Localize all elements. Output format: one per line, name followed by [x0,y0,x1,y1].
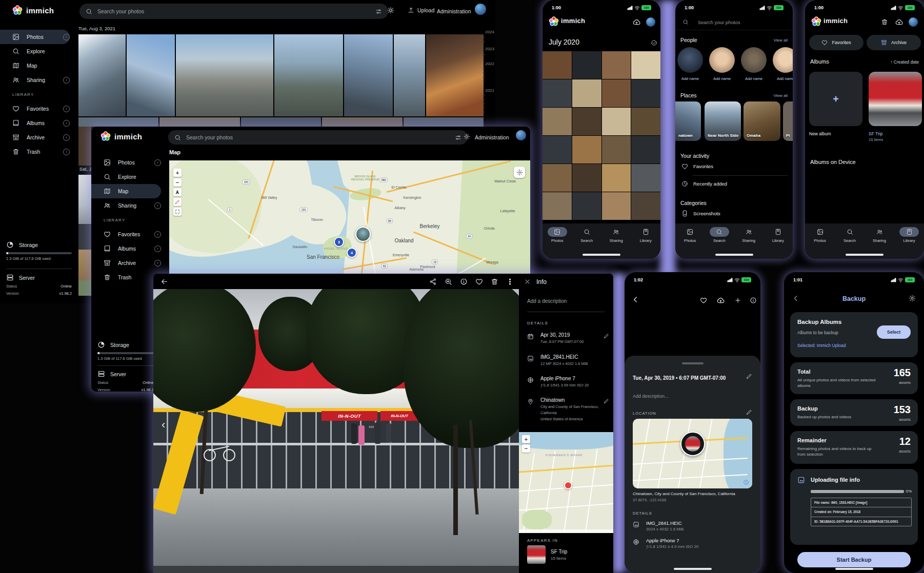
share-icon[interactable] [429,278,437,285]
map-photo-marker[interactable] [680,432,705,456]
user-avatar[interactable] [646,17,655,27]
location-map[interactable] [633,419,752,488]
previous-photo-chevron[interactable]: ‹ [162,418,165,432]
upload-button[interactable]: Upload [408,7,434,13]
photo-tile[interactable] [159,117,239,127]
administration-link[interactable]: Administration [475,134,509,140]
sidebar-item-albums[interactable]: Albumsi [0,116,70,130]
photo-tile[interactable] [602,136,631,163]
photo-tile[interactable] [543,164,572,192]
search-input[interactable]: Search your photos [79,4,388,19]
activity-row-recently-added[interactable]: Recently added [681,180,727,187]
backup-cloud-icon[interactable] [895,18,903,26]
map-cluster-marker[interactable]: 3 [334,237,344,247]
photo-tile[interactable] [631,108,660,135]
photo-tile[interactable] [631,136,660,163]
photo-tile[interactable] [78,280,91,296]
map-zoom-out-button[interactable]: − [173,178,182,187]
trash-icon[interactable] [491,278,498,285]
archive-chip[interactable]: Archive [867,35,921,50]
location-mini-map[interactable]: FISHERMAN'S WHARF + − [519,432,613,533]
description-input[interactable]: Add a description [527,298,567,304]
people-view-all[interactable]: View all [774,38,788,43]
sidebar-item-map[interactable]: Map [0,58,70,73]
map-attribution-info-icon[interactable] [743,479,749,485]
map-photo-marker[interactable] [355,227,371,242]
photo-tile[interactable] [426,34,484,116]
sidebar-item-photos[interactable]: Photosi [91,155,161,170]
map-draw-button[interactable] [173,198,182,206]
new-album-card[interactable]: + [809,72,862,126]
photo-tile[interactable] [602,79,631,107]
photo-tile[interactable] [572,108,601,135]
album-card-sf-trip[interactable] [869,72,922,126]
sidebar-item-explore[interactable]: Explore [0,44,70,58]
photo-tile[interactable] [572,164,601,192]
person-face[interactable]: Add name [709,47,735,81]
place-tile[interactable]: Near North Side [705,101,741,141]
nav-item-photos[interactable]: Photos [543,227,572,259]
info-icon[interactable]: i [154,260,161,267]
photo-tile[interactable] [78,34,126,116]
photo-tile[interactable] [602,51,631,79]
photo-tile[interactable] [241,117,321,127]
photo-tile[interactable] [543,192,572,220]
user-avatar[interactable] [475,4,486,15]
add-icon[interactable] [734,297,741,304]
timeline-scrubber[interactable]: 2024202320222021 [480,27,494,119]
places-view-all[interactable]: View all [774,93,788,98]
theme-toggle-icon[interactable] [464,133,470,140]
sidebar-item-archive[interactable]: Archivei [0,130,70,145]
photo-tile[interactable] [631,79,660,107]
nav-item-photos[interactable]: Photos [675,227,705,259]
albums-sort-button[interactable]: ↑ Created date [890,59,919,65]
photo-tile[interactable] [78,175,91,224]
photo-tile[interactable] [602,164,631,192]
info-icon[interactable]: i [63,106,70,112]
home-indicator[interactable] [835,568,873,570]
edit-date-icon[interactable] [604,333,609,339]
zoom-in-icon[interactable] [445,278,452,285]
nav-item-photos[interactable]: Photos [805,227,835,259]
photo-tile[interactable] [543,51,572,79]
photo-tile[interactable] [274,34,343,116]
info-icon[interactable]: i [63,134,70,141]
photo-tile[interactable] [543,108,572,135]
photo-tile[interactable] [572,51,601,79]
sidebar-item-map[interactable]: Map [91,184,161,198]
map-cluster-marker[interactable]: 4 [347,248,357,258]
map-fullscreen-button[interactable] [173,208,182,216]
person-face[interactable]: Add name [677,47,703,81]
sidebar-item-favorites[interactable]: Favoritesi [91,227,161,241]
nav-item-library[interactable]: Library [894,227,924,259]
info-icon[interactable]: i [154,245,161,252]
mini-map-zoom-in[interactable]: + [522,435,530,443]
info-icon[interactable]: i [154,159,161,166]
sidebar-item-trash[interactable]: Trashi [91,270,161,284]
info-icon[interactable]: i [63,77,70,84]
info-icon[interactable]: i [154,202,161,209]
theme-toggle-icon[interactable] [387,7,394,14]
backup-cloud-icon[interactable] [633,18,640,26]
info-icon[interactable]: i [63,120,70,127]
place-tile[interactable]: natown [675,101,701,141]
person-face[interactable]: Add name [741,47,767,81]
nav-item-library[interactable]: Library [631,227,661,259]
back-icon[interactable] [160,278,168,285]
place-tile[interactable]: Omaha [744,101,780,141]
photo-tile[interactable] [344,34,393,116]
more-options-icon[interactable] [506,278,514,285]
favorites-chip[interactable]: Favorites [809,35,863,50]
home-indicator[interactable] [674,568,712,570]
map-settings-button[interactable] [514,167,525,178]
home-indicator[interactable] [715,254,753,256]
mini-map-zoom-out[interactable]: − [522,444,530,453]
select-all-icon[interactable] [651,39,657,46]
map-zoom-in-button[interactable]: + [173,169,182,177]
info-icon[interactable] [460,278,468,285]
photo-tile[interactable] [78,224,91,250]
sidebar-item-favorites[interactable]: Favoritesi [0,101,70,116]
home-indicator[interactable] [582,254,620,256]
user-avatar[interactable] [909,17,918,27]
photo-tile[interactable] [543,136,572,163]
